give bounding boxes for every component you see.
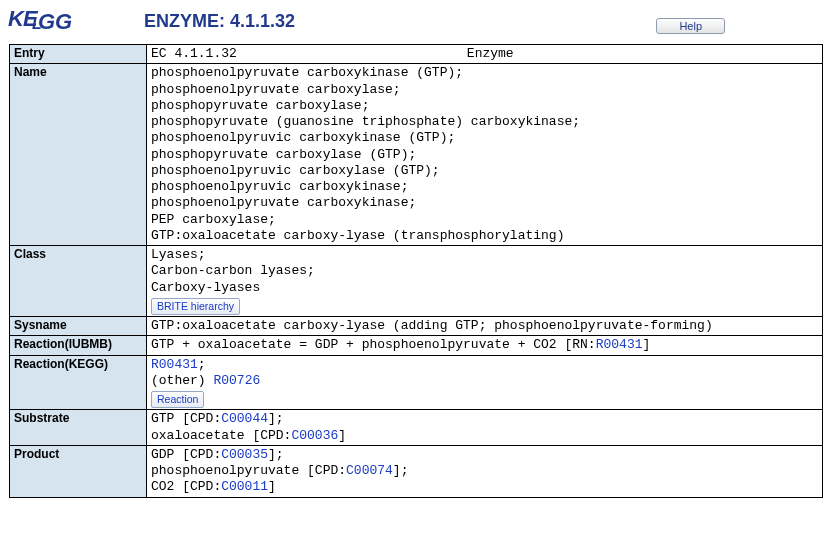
name-line: phosphoenolpyruvate carboxykinase; — [151, 195, 416, 210]
brite-hierarchy-button[interactable]: BRITE hierarchy — [151, 298, 240, 315]
cpd-text: GTP [CPD: — [151, 411, 221, 426]
value-class: Lyases;Carbon-carbon lyases;Carboxy-lyas… — [147, 246, 823, 317]
entry-ec: EC 4.1.1.32 — [151, 46, 237, 62]
name-line: phosphopyruvate carboxylase (GTP); — [151, 147, 416, 162]
value-name: phosphoenolpyruvate carboxykinase (GTP);… — [147, 64, 823, 246]
label-reaction-kegg: Reaction(KEGG) — [10, 355, 147, 410]
entry-type: Enzyme — [467, 46, 514, 62]
row-reaction-iubmb: Reaction(IUBMB) GTP + oxaloacetate = GDP… — [10, 336, 823, 355]
row-sysname: Sysname GTP:oxaloacetate carboxy-lyase (… — [10, 317, 823, 336]
cpd-text: GDP [CPD: — [151, 447, 221, 462]
label-product: Product — [10, 445, 147, 497]
kegg-logo: KELGG — [8, 6, 64, 36]
help-button[interactable]: Help — [656, 18, 725, 34]
row-entry: Entry EC 4.1.1.32 Enzyme — [10, 45, 823, 64]
cpd-link[interactable]: C00036 — [291, 428, 338, 443]
class-line: Lyases; — [151, 247, 206, 262]
enzyme-table: Entry EC 4.1.1.32 Enzyme Name phosphoeno… — [9, 44, 823, 498]
label-name: Name — [10, 64, 147, 246]
label-entry: Entry — [10, 45, 147, 64]
label-class: Class — [10, 246, 147, 317]
cpd-link[interactable]: C00074 — [346, 463, 393, 478]
name-line: phosphopyruvate (guanosine triphosphate)… — [151, 114, 580, 129]
reaction-button[interactable]: Reaction — [151, 391, 204, 408]
header: KELGG ENZYME: 4.1.1.32 Help — [0, 0, 835, 40]
value-sysname: GTP:oxaloacetate carboxy-lyase (adding G… — [147, 317, 823, 336]
reaction-iubmb-text: GTP + oxaloacetate = GDP + phosphoenolpy… — [151, 337, 596, 352]
label-sysname: Sysname — [10, 317, 147, 336]
cpd-link[interactable]: C00044 — [221, 411, 268, 426]
row-product: Product GDP [CPD:C00035];phosphoenolpyru… — [10, 445, 823, 497]
row-name: Name phosphoenolpyruvate carboxykinase (… — [10, 64, 823, 246]
name-line: phosphoenolpyruvic carboxykinase (GTP); — [151, 130, 455, 145]
name-line: phosphopyruvate carboxylase; — [151, 98, 369, 113]
value-product: GDP [CPD:C00035];phosphoenolpyruvate [CP… — [147, 445, 823, 497]
name-line: phosphoenolpyruvate carboxykinase (GTP); — [151, 65, 463, 80]
cpd-text: oxaloacetate [CPD: — [151, 428, 291, 443]
rn-link[interactable]: R00431 — [596, 337, 643, 352]
name-line: phosphoenolpyruvic carboxykinase; — [151, 179, 408, 194]
other-label: (other) — [151, 373, 213, 388]
r2-link[interactable]: R00726 — [213, 373, 260, 388]
value-entry: EC 4.1.1.32 Enzyme — [147, 45, 823, 64]
r1-link[interactable]: R00431 — [151, 357, 198, 372]
cpd-link[interactable]: C00035 — [221, 447, 268, 462]
name-line: PEP carboxylase; — [151, 212, 276, 227]
value-reaction-kegg: R00431; (other) R00726 Reaction — [147, 355, 823, 410]
name-line: GTP:oxaloacetate carboxy-lyase (transpho… — [151, 228, 564, 243]
class-line: Carboxy-lyases — [151, 280, 260, 295]
class-line: Carbon-carbon lyases; — [151, 263, 315, 278]
name-line: phosphoenolpyruvate carboxylase; — [151, 82, 401, 97]
value-reaction-iubmb: GTP + oxaloacetate = GDP + phosphoenolpy… — [147, 336, 823, 355]
row-substrate: Substrate GTP [CPD:C00044];oxaloacetate … — [10, 410, 823, 446]
cpd-link[interactable]: C00011 — [221, 479, 268, 494]
value-substrate: GTP [CPD:C00044];oxaloacetate [CPD:C0003… — [147, 410, 823, 446]
row-class: Class Lyases;Carbon-carbon lyases;Carbox… — [10, 246, 823, 317]
page-title: ENZYME: 4.1.1.32 — [144, 11, 295, 32]
name-line: phosphoenolpyruvic carboxylase (GTP); — [151, 163, 440, 178]
label-substrate: Substrate — [10, 410, 147, 446]
cpd-text: phosphoenolpyruvate [CPD: — [151, 463, 346, 478]
cpd-text: CO2 [CPD: — [151, 479, 221, 494]
row-reaction-kegg: Reaction(KEGG) R00431; (other) R00726 Re… — [10, 355, 823, 410]
label-reaction-iubmb: Reaction(IUBMB) — [10, 336, 147, 355]
